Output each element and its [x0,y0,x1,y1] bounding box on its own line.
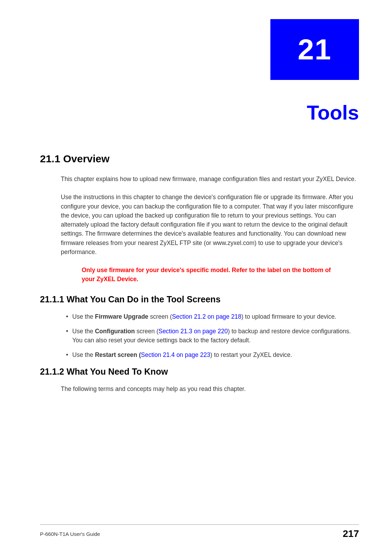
b2-mid: screen ( [135,328,158,335]
b1-post: ) to upload firmware to your device. [241,313,336,320]
b1-pre: Use the [72,313,95,320]
b2-pre: Use the [72,328,95,335]
b3-mid: screen ( [116,351,141,358]
footer-guide-name: P-660N-T1A User's Guide [40,531,100,537]
b1-bold: Firmware Upgrade [95,313,148,320]
subsection-heading-cando: 21.1.1 What You Can Do in the Tool Scree… [40,294,357,304]
overview-para-2: Use the instructions in this chapter to … [61,193,357,256]
chapter-number: 21 [298,33,332,66]
chapter-title: Tools [307,101,359,124]
b3-pre: Use the [72,351,95,358]
section-heading-overview: 21.1 Overview [40,153,357,165]
subsection-heading-needtoknow: 21.1.2 What You Need To Know [40,367,357,377]
b2-link[interactable]: Section 21.3 on page 220 [158,328,228,335]
b3-link[interactable]: Section 21.4 on page 223 [141,351,210,358]
bullet-item-firmware: Use the Firmware Upgrade screen (Section… [66,312,357,321]
b2-bold: Configuration [95,328,135,335]
chapter-number-box: 21 [270,19,359,80]
needtoknow-para: The following terms and concepts may hel… [61,384,357,393]
b3-bold: Restart [95,351,116,358]
b1-mid: screen ( [148,313,172,320]
document-page: 21 Tools 21.1 Overview This chapter expl… [0,0,392,555]
bullet-list-cando: Use the Firmware Upgrade screen (Section… [66,312,357,360]
bullet-item-restart: Use the Restart screen (Section 21.4 on … [66,350,357,359]
page-footer: P-660N-T1A User's Guide 217 [40,524,359,539]
content-area: 21.1 Overview This chapter explains how … [40,153,357,402]
b3-post: ) to restart your ZyXEL device. [210,351,292,358]
bullet-item-configuration: Use the Configuration screen (Section 21… [66,327,357,345]
warning-text: Only use firmware for your device's spec… [82,266,343,284]
overview-para-1: This chapter explains how to upload new … [61,174,357,183]
b1-link[interactable]: Section 21.2 on page 218 [172,313,241,320]
footer-page-number: 217 [343,528,359,539]
